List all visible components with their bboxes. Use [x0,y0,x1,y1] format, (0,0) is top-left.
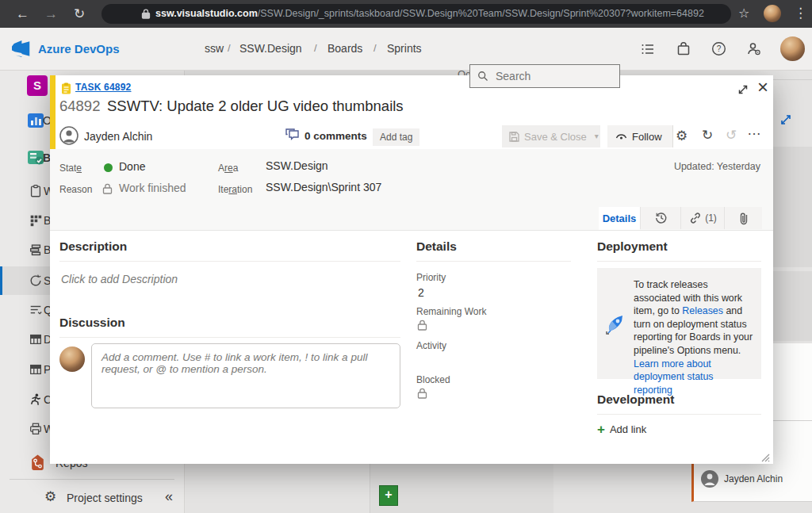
forward-icon[interactable]: → [44,6,58,23]
work-item-type-link[interactable]: TASK 64892 [75,82,131,93]
priority-value[interactable]: 2 [418,286,424,299]
svg-text:?: ? [717,44,722,53]
task-type-icon [60,82,72,94]
breadcrumb-sprints[interactable]: Sprints [387,42,422,55]
url-domain: ssw.visualstudio.com [155,8,258,19]
collapse-icon[interactable]: « [165,489,173,503]
work-item-title[interactable]: SSWTV: Update 2 older UG video thumbnail… [107,98,404,115]
description-heading: Description [59,239,127,254]
url-path: /SSW.Design/_sprints/taskboard/SSW.Desig… [258,8,704,19]
state-value[interactable]: Done [119,160,145,173]
add-task-button[interactable]: + [379,485,398,506]
bookmark-star-icon[interactable]: ☆ [738,5,749,22]
search-icon [477,71,488,82]
settings-gear-icon[interactable]: ⚙ [676,129,688,143]
brand-title[interactable]: Azure DevOps [38,42,120,56]
browser-menu-icon[interactable]: ⋮ [794,5,807,22]
url-text: ssw.visualstudio.com/SSW.Design/_sprints… [155,4,704,24]
boards-icon [29,213,43,228]
breadcrumb-boards[interactable]: Boards [327,42,362,55]
runner-icon [29,392,43,407]
sprints-icon [29,274,43,288]
add-plus-icon: + [597,423,605,436]
undo-icon: ↺ [726,128,737,142]
marketplace-bag-icon[interactable] [676,41,691,56]
board-column-block [773,147,812,267]
search-box[interactable] [469,64,620,88]
tab-links[interactable]: (1) [680,207,725,229]
azure-devops-logo[interactable] [12,39,32,59]
lock-icon [141,9,151,19]
tab-history[interactable] [640,207,681,229]
deployment-rocket-icon [603,312,629,337]
refresh-icon[interactable]: ↻ [702,128,713,142]
iteration-value[interactable]: SSW.Design\Sprint 307 [266,181,381,193]
save-close-button[interactable]: Save & Close ▾ [502,125,600,147]
comments-count[interactable]: 0 comments [304,130,367,142]
iteration-label: Iteration [218,184,252,195]
area-label: Area [218,163,238,174]
queries-icon [29,303,43,317]
browser-profile-avatar[interactable] [764,5,781,22]
work-items-icon [29,184,43,198]
project-avatar: S [27,75,48,96]
discussion-heading: Discussion [59,316,125,330]
work-item-id: 64892 [59,98,100,115]
resize-handle[interactable] [761,454,770,462]
assignee-name[interactable]: Jayden Alchin [84,130,152,143]
tab-details[interactable]: Details [599,207,640,230]
help-icon[interactable]: ? [711,41,726,56]
area-value[interactable]: SSW.Design [266,159,328,172]
delivery-plans-icon [29,332,43,346]
comment-box[interactable] [91,343,400,408]
list-icon[interactable] [641,42,655,56]
follow-button[interactable]: Follow [607,125,673,147]
tab-attachments[interactable] [724,207,762,229]
add-tag-button[interactable]: Add tag [373,128,419,146]
divider [59,261,400,262]
board-fullscreen-icon[interactable] [779,113,793,127]
description-placeholder[interactable]: Click to add Description [61,273,178,285]
backlogs-icon [29,243,43,257]
save-dropdown-caret-icon[interactable]: ▾ [595,132,599,140]
reload-icon[interactable]: ↻ [74,6,85,23]
user-avatar[interactable] [780,36,805,61]
breadcrumb-org[interactable]: ssw [205,42,224,55]
user-settings-icon[interactable] [746,41,761,56]
deployment-heading: Deployment [597,239,668,254]
remaining-work-label: Remaining Work [416,306,486,317]
assignee-avatar[interactable] [59,126,79,145]
development-heading: Development [597,392,674,407]
maximize-icon[interactable] [737,83,749,96]
close-icon[interactable]: × [757,78,768,97]
breadcrumb-separator: / [314,42,317,54]
screen: October 30 - November 10 o of a r in te … [0,0,812,513]
breadcrumb-project[interactable]: SSW.Design [239,42,302,55]
task-type-color-bar [50,75,56,149]
state-label: State [59,163,82,174]
breadcrumb-separator: / [373,42,377,54]
activity-label: Activity [416,340,446,351]
search-input[interactable] [494,69,608,83]
releases-link[interactable]: Releases [682,305,723,316]
column-divider [370,464,370,513]
add-link-button[interactable]: + Add link [597,423,646,436]
comment-input[interactable] [92,344,400,408]
updated-timestamp: Updated: Yesterday [674,161,760,172]
more-actions-icon[interactable]: … [747,123,762,137]
boards-hub-icon [27,149,44,167]
learn-more-link[interactable]: Learn more about deployment status repor… [634,358,714,396]
add-link-label: Add link [610,423,646,435]
divider [416,261,571,262]
back-icon[interactable]: ← [16,6,29,23]
board-divider [773,79,812,80]
save-close-label: Save & Close [524,131,587,143]
printer-icon [29,422,43,436]
lock-icon [417,388,427,399]
deployment-text: To track releases associated with this w… [634,278,754,396]
card-avatar [701,470,718,488]
lock-icon [417,320,427,331]
sidebar-item-project-settings[interactable]: ⚙ Project settings « [0,484,184,512]
reason-value: Work finished [119,182,186,194]
address-bar[interactable]: ssw.visualstudio.com/SSW.Design/_sprints… [102,4,731,24]
